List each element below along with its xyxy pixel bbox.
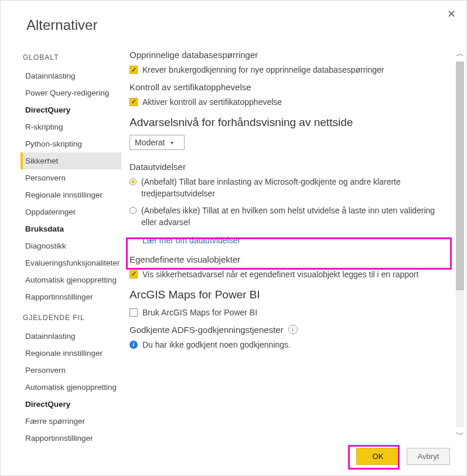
scroll-up-icon[interactable]: ︿ <box>456 49 464 59</box>
sidebar-item-power-query-redigering[interactable]: Power Query-redigering <box>21 84 121 101</box>
scroll-down-icon[interactable]: ﹀ <box>456 430 464 440</box>
web-preview-dropdown[interactable]: Moderat ▾ <box>129 135 185 150</box>
web-preview-header: Advarselsnivå for forhåndsvisning av net… <box>129 116 450 129</box>
data-extensions-radio-not-recommended-label: (Anbefales ikke) Tillat at en hvilken so… <box>141 205 450 228</box>
web-preview-selected: Moderat <box>135 138 165 147</box>
info-icon: i <box>129 341 138 349</box>
scroll-track[interactable] <box>456 62 464 427</box>
data-extensions-learn-more-link[interactable]: Lær mer om datautvidelser <box>142 236 450 245</box>
sidebar-item-oppdateringer[interactable]: Oppdateringer <box>21 203 121 220</box>
cert-revocation-header: Kontroll av sertifikatopphevelse <box>129 82 450 92</box>
sidebar-section-global: GLOBALT <box>23 53 125 62</box>
arcgis-label: Bruk ArcGIS Maps for Power BI <box>142 307 257 319</box>
custom-visuals-label: Vis sikkerhetsadvarsel når et egendefine… <box>142 269 418 281</box>
close-icon[interactable]: ✕ <box>447 8 456 21</box>
sidebar-item-regionale-innstillinger[interactable]: Regionale innstillinger <box>21 345 121 362</box>
cert-revocation-label: Aktiver kontroll av sertifikatopphevelse <box>142 97 282 108</box>
sidebar-item-personvern[interactable]: Personvern <box>21 169 121 186</box>
data-extensions-header: Datautvidelser <box>129 162 450 172</box>
sidebar-item-datainnlasting[interactable]: Datainnlasting <box>21 328 121 345</box>
cancel-button[interactable]: Avbryt <box>407 448 450 465</box>
cert-revocation-checkbox[interactable] <box>129 98 138 106</box>
content-pane: Opprinnelige databasespørringer Krever b… <box>125 45 454 444</box>
ok-button[interactable]: OK <box>356 448 400 465</box>
sidebar-item-regionale-innstillinger[interactable]: Regionale innstillinger <box>21 186 121 203</box>
arcgis-header: ArcGIS Maps for Power BI <box>129 288 450 301</box>
sidebar-item-personvern[interactable]: Personvern <box>21 362 121 379</box>
arcgis-checkbox[interactable] <box>129 308 138 317</box>
vertical-scrollbar[interactable]: ︿ ﹀ <box>454 45 466 444</box>
dialog-title: Alternativer <box>1 1 466 45</box>
adfs-info-text: Du har ikke godkjent noen godkjennings. <box>142 339 291 351</box>
sidebar-item-færre-spørringer[interactable]: Færre spørringer <box>21 413 121 430</box>
scroll-thumb[interactable] <box>456 62 464 290</box>
data-extensions-radio-recommended-label: (Anbefalt) Tillat bare innlasting av Mic… <box>141 176 450 199</box>
sidebar-item-automatisk-gjenoppretting[interactable]: Automatisk gjenoppretting <box>21 271 121 288</box>
dialog-footer: OK Avbryt <box>356 448 450 465</box>
data-extensions-radio-not-recommended[interactable] <box>129 207 137 214</box>
native-queries-label: Krever brukergodkjenning for nye opprinn… <box>142 64 384 76</box>
sidebar-item-automatisk-gjenoppretting[interactable]: Automatisk gjenoppretting <box>21 379 121 396</box>
sidebar-item-r-skripting[interactable]: R-skripting <box>21 118 121 135</box>
sidebar: GLOBALT DatainnlastingPower Query-redige… <box>1 45 125 444</box>
sidebar-section-current-file: GJELDENDE FIL <box>23 314 125 322</box>
chevron-down-icon: ▾ <box>171 140 173 146</box>
adfs-header: Godkjente ADFS-godkjenningstjenester <box>129 325 284 335</box>
sidebar-item-diagnostikk[interactable]: Diagnostikk <box>21 237 121 254</box>
sidebar-item-directquery[interactable]: DirectQuery <box>21 396 121 413</box>
sidebar-item-sikkerhet[interactable]: Sikkerhet <box>21 152 121 169</box>
sidebar-item-datainnlasting[interactable]: Datainnlasting <box>21 67 121 84</box>
native-queries-header: Opprinnelige databasespørringer <box>129 50 450 60</box>
sidebar-item-directquery[interactable]: DirectQuery <box>21 101 121 118</box>
native-queries-checkbox[interactable] <box>129 66 138 74</box>
sidebar-item-evalueringsfunksjonaliteter[interactable]: Evalueringsfunksjonaliteter <box>21 254 121 271</box>
adfs-header-row: Godkjente ADFS-godkjenningstjenester i <box>129 325 450 335</box>
custom-visuals-checkbox[interactable] <box>129 270 138 278</box>
sidebar-item-rapportinnstillinger[interactable]: Rapportinnstillinger <box>21 288 121 305</box>
sidebar-item-bruksdata[interactable]: Bruksdata <box>21 220 121 237</box>
data-extensions-radio-recommended[interactable] <box>129 178 137 185</box>
sidebar-item-python-skripting[interactable]: Python-skripting <box>21 135 121 152</box>
sidebar-item-rapportinnstillinger[interactable]: Rapportinnstillinger <box>21 430 121 444</box>
help-icon[interactable]: i <box>288 325 298 334</box>
custom-visuals-header: Egendefinerte visualobjekter <box>129 254 450 264</box>
